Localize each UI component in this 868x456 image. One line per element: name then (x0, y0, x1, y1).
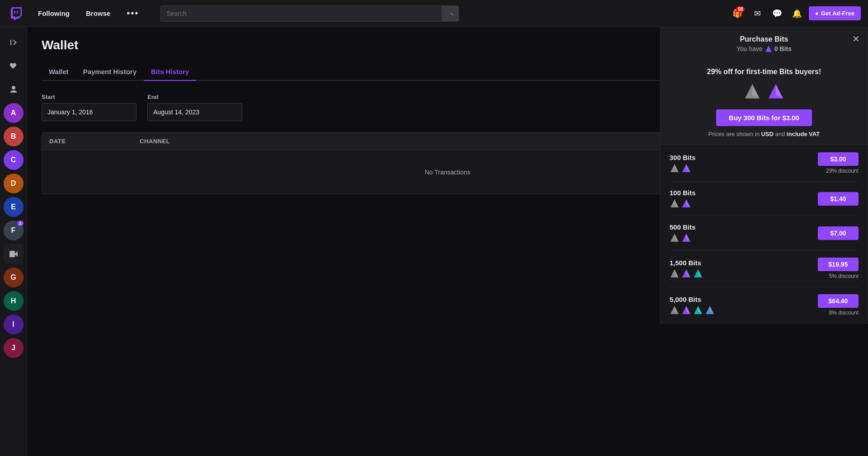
gem-grey-sm (670, 163, 679, 173)
bits-item-500-name: 500 Bits (670, 223, 812, 231)
bits-item-5000: 5,000 Bits $64.40 8% discount (670, 287, 859, 323)
purchase-header: Purchase Bits You have 0 Bits ✕ (660, 27, 868, 61)
gem-grey-sm3 (670, 233, 679, 243)
browse-nav[interactable]: Browse (82, 8, 114, 19)
gem-purple-sm3 (681, 233, 691, 243)
crown-icon: ♦ (815, 10, 818, 17)
bits-item-100-name: 100 Bits (670, 189, 812, 197)
gem-grey-sm4 (670, 268, 679, 278)
bits-icons-featured (670, 82, 859, 102)
tab-bits-history[interactable]: Bits History (144, 63, 196, 81)
bits-item-100-gems (670, 198, 812, 208)
sidebar-video-button[interactable] (4, 244, 24, 264)
bits-item-5000-right: $64.40 8% discount (818, 294, 859, 316)
bits-item-100: 100 Bits $1.40 (670, 182, 859, 216)
buy-1500-button[interactable]: $19.95 (818, 258, 859, 271)
end-date-group: End (147, 94, 242, 121)
buy-featured-button[interactable]: Buy 300 Bits for $3.00 (716, 109, 812, 126)
sidebar-avatar-6[interactable]: F 2 (4, 221, 24, 240)
bell-icon: 🔔 (792, 9, 802, 19)
more-nav[interactable]: ••• (123, 6, 142, 20)
bits-item-500: 500 Bits $7.00 (670, 216, 859, 250)
video-icon (9, 251, 18, 257)
gem-teal-sm2 (693, 305, 703, 315)
gem-purple-sm2 (681, 198, 691, 208)
twitch-logo[interactable] (7, 5, 25, 23)
gem-grey-large (742, 82, 762, 102)
sidebar-profile-button[interactable] (4, 80, 24, 99)
bits-item-500-info: 500 Bits (670, 223, 812, 243)
gem-purple-sm4 (681, 268, 691, 278)
following-nav[interactable]: Following (34, 8, 73, 19)
discount-300-label: 29% discount (826, 168, 859, 174)
sidebar-avatar-4[interactable]: D (4, 174, 24, 193)
gem-purple-sm (681, 163, 691, 173)
sidebar-avatar-9[interactable]: I (4, 315, 24, 334)
bits-item-1500-name: 1,500 Bits (670, 259, 812, 267)
start-label: Start (42, 94, 137, 100)
purchase-title: Purchase Bits (740, 35, 788, 43)
sidebar-avatar-8[interactable]: H (4, 291, 24, 311)
person-icon (9, 85, 18, 94)
discount-banner: 29% off for first-time Bits buyers! Buy … (660, 61, 868, 145)
chat-button[interactable]: 💬 (769, 5, 785, 22)
search-button[interactable] (442, 5, 459, 22)
get-ad-free-button[interactable]: ♦ Get Ad-Free (809, 6, 861, 20)
sidebar-avatar-7[interactable]: G (4, 268, 24, 287)
notification-badge: 58 (736, 6, 745, 12)
buy-500-button[interactable]: $7.00 (818, 226, 859, 240)
discount-banner-text: 29% off for first-time Bits buyers! (670, 68, 859, 76)
tab-wallet[interactable]: Wallet (42, 63, 76, 81)
gem-purple-sm5 (681, 305, 691, 315)
tab-payment-history[interactable]: Payment History (76, 63, 144, 81)
price-note: Prices are shown in USD and include VAT (670, 131, 859, 137)
notifications-button[interactable]: 🔔 (789, 5, 805, 22)
bits-item-300-gems (670, 163, 812, 173)
end-label: End (147, 94, 242, 100)
bits-item-5000-gems (670, 305, 812, 315)
purchase-balance: You have 0 Bits (736, 45, 792, 52)
sidebar-favorites-button[interactable] (4, 56, 24, 76)
gem-blue-sm (705, 305, 715, 315)
start-date-input[interactable] (42, 103, 137, 121)
bits-item-300-right: $3.00 29% discount (818, 152, 859, 174)
bits-item-1500-gems (670, 268, 812, 278)
collapse-sidebar-button[interactable] (4, 33, 24, 52)
sidebar-avatar-10[interactable]: J (4, 338, 24, 358)
bits-item-300: 300 Bits $3.00 29% discount (670, 145, 859, 182)
close-icon: ✕ (852, 33, 860, 44)
topnav: Following Browse ••• 🎁 58 ✉ 💬 🔔 ♦ Get Ad… (0, 0, 868, 27)
gifts-button[interactable]: 🎁 58 (729, 5, 745, 22)
col-date: Date (49, 138, 140, 145)
buy-100-button[interactable]: $1.40 (818, 192, 859, 206)
end-date-input[interactable] (147, 103, 242, 121)
col-channel: Channel (140, 138, 710, 145)
buy-300-button[interactable]: $3.00 (818, 152, 859, 166)
arrow-right-icon (9, 38, 18, 47)
gem-grey-sm2 (670, 198, 679, 208)
sidebar-avatar-3[interactable]: C (4, 150, 24, 170)
bits-item-500-gems (670, 233, 812, 243)
gem-purple-large (766, 82, 786, 102)
search-bar (160, 5, 459, 22)
bits-item-1500-right: $19.95 5% discount (818, 258, 859, 279)
bits-item-300-name: 300 Bits (670, 154, 812, 161)
search-input[interactable] (160, 5, 442, 22)
sidebar-avatar-2[interactable]: B (4, 127, 24, 146)
bits-item-500-right: $7.00 (818, 226, 859, 240)
buy-5000-button[interactable]: $64.40 (818, 294, 859, 308)
mail-button[interactable]: ✉ (749, 5, 765, 22)
purchase-bits-panel: Purchase Bits You have 0 Bits ✕ 29% off … (660, 27, 868, 324)
live-badge: 2 (17, 221, 23, 226)
bits-item-1500-info: 1,500 Bits (670, 259, 812, 278)
bits-item-300-info: 300 Bits (670, 154, 812, 173)
gem-grey-sm5 (670, 305, 679, 315)
start-date-group: Start (42, 94, 137, 121)
discount-1500-label: 5% discount (829, 273, 859, 279)
sidebar-avatar-1[interactable]: A (4, 103, 24, 123)
sidebar-avatar-5[interactable]: E (4, 197, 24, 217)
bits-item-1500: 1,500 Bits $19.95 5% discount (670, 250, 859, 287)
search-icon (447, 10, 454, 17)
close-panel-button[interactable]: ✕ (849, 33, 862, 45)
bits-list: 300 Bits $3.00 29% discount 100 Bits (660, 145, 868, 323)
